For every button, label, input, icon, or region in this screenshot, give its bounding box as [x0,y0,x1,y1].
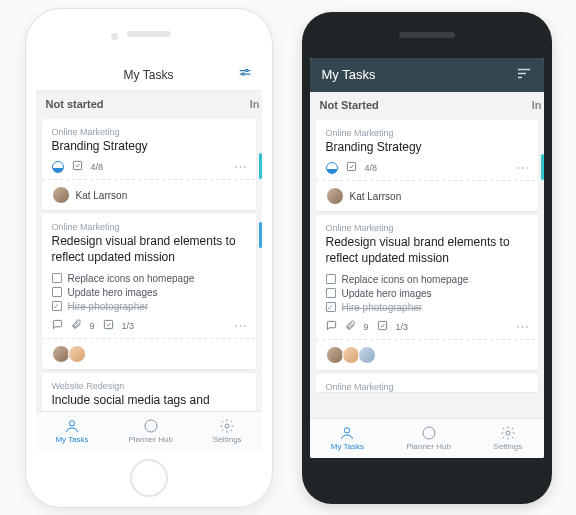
comments-icon [326,320,337,333]
tab-bar: My Tasks Planner Hub Settings [36,411,262,451]
checkbox-icon[interactable] [52,273,62,283]
svg-point-8 [225,424,229,428]
svg-point-16 [506,431,510,435]
assignee-name: Kat Larrson [76,190,128,201]
checklist-count: 4/8 [365,163,378,173]
task-title: Redesign visual brand elements to reflec… [52,234,246,265]
checklist-item[interactable]: Hire photographer [52,299,246,313]
checkbox-icon[interactable] [52,301,62,311]
more-icon[interactable]: ⋯ [234,318,248,333]
plan-name: Online Marketing [326,128,528,138]
checklist-item[interactable]: Replace icons on homepage [52,271,246,285]
home-button[interactable] [130,459,168,497]
avatar [52,345,70,363]
checklist-count: 4/8 [91,162,104,172]
checklist-item[interactable]: Hire photographer [326,300,528,314]
svg-rect-5 [104,321,112,329]
checklist-icon [103,319,114,332]
tab-my-tasks[interactable]: My Tasks [331,425,364,451]
checklist-icon [72,160,83,173]
svg-rect-12 [347,162,355,170]
assignee-row: Kat Larrson [326,187,528,205]
assignee-row [326,346,528,364]
divider [316,339,538,340]
task-list[interactable]: Online Marketing Branding Strategy 4/8 ⋯… [36,115,262,411]
task-card[interactable]: Online Marketing Redesign visual brand e… [42,214,256,369]
person-icon [339,425,355,441]
category-marker [541,154,544,180]
assignee-row [52,345,246,363]
plan-name: Online Marketing [52,127,246,137]
task-card[interactable]: Online Marketing Branding Strategy 4/8 ⋯… [42,119,256,211]
svg-point-15 [423,427,435,439]
checklist-item[interactable]: Update hero images [52,285,246,299]
avatar [52,186,70,204]
task-title: Branding Strategy [326,140,528,156]
tab-planner-hub[interactable]: Planner Hub [406,425,450,451]
attachment-icon [345,320,356,333]
task-title: Include social media tags and contact sh… [52,393,246,410]
next-bucket-peek: In [250,98,260,110]
divider [42,179,256,180]
task-card[interactable]: Online Marketing Branding Strategy 4/8 ⋯… [316,120,538,212]
iphone-device-frame: ●●●●○ 9:41 My Tasks Not started In Onlin… [25,8,273,508]
task-card[interactable]: Online Marketing [316,374,538,392]
category-marker [259,153,262,179]
person-icon [64,418,80,434]
header-title: My Tasks [322,67,376,82]
svg-point-6 [69,421,74,426]
checklist-item[interactable]: Update hero images [326,286,528,300]
tab-bar: My Tasks Planner Hub Settings [310,418,544,458]
attachment-count: 9 [364,322,369,332]
task-list[interactable]: Online Marketing Branding Strategy 4/8 ⋯… [310,116,544,418]
checklist-icon [346,161,357,174]
checklist-count: 1/3 [122,321,135,331]
checkbox-icon[interactable] [326,288,336,298]
assignee-name: Kat Larrson [350,191,402,202]
screen: My Tasks Not Started In Online Marketing… [310,58,544,458]
svg-point-2 [245,69,247,71]
plan-name: Website Redesign [52,381,246,391]
svg-rect-13 [378,322,386,330]
bucket-header: Not Started In [310,92,544,116]
tab-settings[interactable]: Settings [493,425,522,451]
avatar [326,187,344,205]
checkbox-icon[interactable] [52,287,62,297]
category-marker [259,222,262,248]
avatar [326,346,344,364]
tab-settings[interactable]: Settings [213,418,242,444]
sort-icon[interactable] [516,65,532,84]
checklist: Replace icons on homepage Update hero im… [52,271,246,313]
header-title: My Tasks [124,68,174,82]
more-icon[interactable]: ⋯ [234,159,248,174]
task-title: Branding Strategy [52,139,246,155]
checklist-count: 1/3 [396,322,409,332]
progress-partial-icon [52,161,64,173]
sort-icon[interactable] [238,67,252,84]
tab-my-tasks[interactable]: My Tasks [55,418,88,444]
divider [42,338,256,339]
more-icon[interactable]: ⋯ [516,319,530,334]
task-title: Redesign visual brand elements to reflec… [326,235,528,266]
gear-icon [219,418,235,434]
task-card[interactable]: Online Marketing Redesign visual brand e… [316,215,538,370]
bucket-header: Not started In [36,91,262,115]
hub-icon [143,418,159,434]
plan-name: Online Marketing [326,382,528,392]
plan-name: Online Marketing [52,222,246,232]
task-card[interactable]: Website Redesign Include social media ta… [42,373,256,410]
checkbox-icon[interactable] [326,274,336,284]
checklist: Replace icons on homepage Update hero im… [326,272,528,314]
divider [316,180,538,181]
checklist-item[interactable]: Replace icons on homepage [326,272,528,286]
checkbox-icon[interactable] [326,302,336,312]
svg-point-7 [145,420,157,432]
iphone-camera [111,33,118,40]
svg-point-3 [242,73,244,75]
svg-point-14 [345,428,350,433]
svg-rect-4 [73,161,81,169]
tab-planner-hub[interactable]: Planner Hub [128,418,172,444]
more-icon[interactable]: ⋯ [516,160,530,175]
app-header: My Tasks [310,58,544,92]
attachment-icon [71,319,82,332]
